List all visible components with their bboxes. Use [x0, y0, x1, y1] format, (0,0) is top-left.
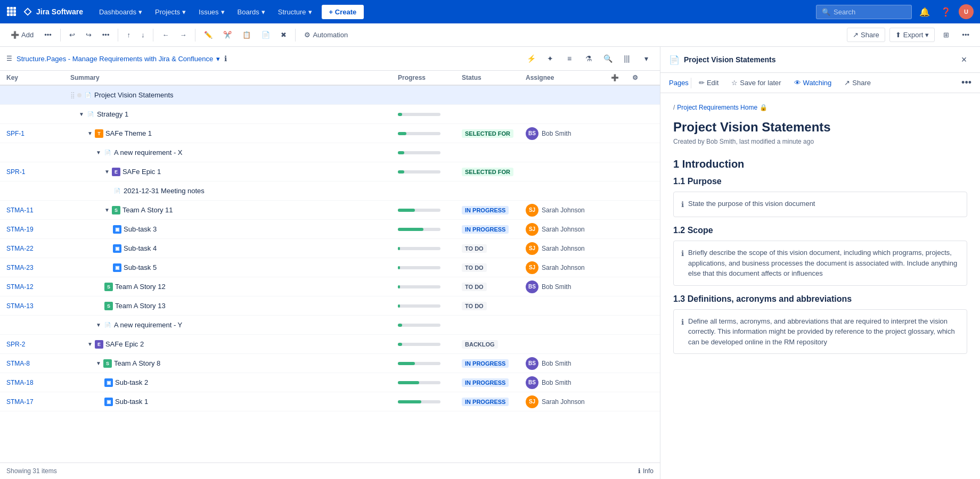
- layout-toggle[interactable]: ⊞: [939, 28, 953, 42]
- table-row[interactable]: ⣿ 📄 Project Vision Statements: [0, 86, 660, 105]
- table-row[interactable]: 📄 2021-12-31 Meeting notes: [0, 181, 660, 201]
- forward-button[interactable]: →: [175, 28, 191, 42]
- pages-link[interactable]: Pages: [669, 79, 689, 87]
- help-icon[interactable]: ❓: [937, 3, 954, 20]
- cell-key[interactable]: STMA-22: [6, 245, 70, 252]
- search-input[interactable]: 🔍 Search: [816, 5, 912, 19]
- table-row[interactable]: STMA-8 ▼ S Team A Story 8 IN PROGRESS BS…: [0, 354, 660, 373]
- watching-button[interactable]: 👁 Watching: [789, 76, 837, 89]
- filter-icon[interactable]: ⚗: [581, 51, 596, 66]
- table-row[interactable]: ▼ 📄 Strategy 1: [0, 105, 660, 124]
- table-row[interactable]: ▼ 📄 A new requirement - X: [0, 143, 660, 162]
- cell-key[interactable]: STMA-12: [6, 283, 70, 291]
- table-row[interactable]: STMA-11 ▼ S Team A Story 11 IN PROGRESS …: [0, 201, 660, 220]
- close-button[interactable]: ×: [957, 52, 971, 67]
- cell-key[interactable]: STMA-13: [6, 302, 70, 310]
- column-icon[interactable]: |||: [619, 51, 634, 66]
- grid-icon[interactable]: [6, 6, 16, 18]
- cell-key[interactable]: STMA-19: [6, 226, 70, 233]
- cell-summary: ▣ Sub-task 3: [70, 225, 398, 234]
- table-row[interactable]: STMA-23 ▣ Sub-task 5 TO DO SJ Sarah John…: [0, 258, 660, 277]
- table-row[interactable]: STMA-22 ▣ Sub-task 4 TO DO SJ Sarah John…: [0, 239, 660, 258]
- table-row[interactable]: STMA-12 S Team A Story 12 TO DO BS Bob S…: [0, 277, 660, 296]
- more-options-button[interactable]: •••: [40, 28, 56, 42]
- cell-key[interactable]: STMA-17: [6, 398, 70, 406]
- table-row[interactable]: STMA-18 ▣ Sub-task 2 IN PROGRESS BS Bob …: [0, 373, 660, 392]
- user-avatar[interactable]: U: [959, 4, 974, 19]
- more-menu[interactable]: •••: [958, 28, 974, 42]
- table-row[interactable]: STMA-19 ▣ Sub-task 3 IN PROGRESS SJ Sara…: [0, 220, 660, 239]
- chevron-icon[interactable]: ▼: [79, 111, 84, 117]
- col-settings[interactable]: ⚙: [632, 74, 654, 81]
- move-up-button[interactable]: ↑: [123, 28, 135, 42]
- nav-dashboards[interactable]: Dashboards ▾: [94, 0, 148, 23]
- cell-key[interactable]: SPF-1: [6, 130, 70, 137]
- cell-key[interactable]: SPR-1: [6, 168, 70, 176]
- structure-title[interactable]: Structure.Pages - Manage Requirements wi…: [17, 55, 220, 63]
- chevron-icon[interactable]: ▼: [87, 130, 93, 136]
- paste-button[interactable]: 📄: [257, 28, 274, 42]
- more-options-button[interactable]: •••: [961, 77, 971, 88]
- chevron-icon[interactable]: ▼: [96, 150, 101, 155]
- add-button[interactable]: ➕ Add: [6, 28, 38, 42]
- table-row[interactable]: SPF-1 ▼ T SAFe Theme 1 SELECTED FOR BS B…: [0, 124, 660, 143]
- move-down-button[interactable]: ↓: [137, 28, 149, 42]
- chevron-icon[interactable]: ▼: [96, 322, 101, 328]
- cell-key[interactable]: SPR-2: [6, 341, 70, 348]
- more-options-2[interactable]: •••: [98, 28, 114, 42]
- star-icon[interactable]: ✦: [543, 51, 558, 66]
- undo-button[interactable]: ↩: [65, 28, 79, 42]
- save-for-later-button[interactable]: ☆ Save for later: [726, 76, 786, 89]
- doc-title: Project Vision Statements: [673, 120, 967, 135]
- search-icon[interactable]: 🔍: [600, 51, 615, 66]
- expand-icon[interactable]: ▾: [639, 51, 654, 66]
- info-icon[interactable]: ℹ: [224, 54, 227, 63]
- nav-issues[interactable]: Issues ▾: [193, 0, 230, 23]
- table-row[interactable]: STMA-17 ▣ Sub-task 1 IN PROGRESS SJ Sara…: [0, 392, 660, 411]
- cell-status: TO DO: [462, 302, 526, 310]
- nav-boards[interactable]: Boards ▾: [232, 0, 271, 23]
- layers-icon[interactable]: ≡: [562, 51, 577, 66]
- export-button[interactable]: ⬆ Export ▾: [889, 28, 935, 42]
- subtask-icon: ▣: [113, 263, 121, 272]
- table-row[interactable]: SPR-2 ▼ E SAFe Epic 2 BACKLOG: [0, 335, 660, 354]
- cell-summary: ▣ Sub-task 4: [70, 244, 398, 253]
- col-add[interactable]: ➕: [611, 74, 632, 81]
- chevron-icon[interactable]: ▼: [104, 207, 110, 213]
- table-row[interactable]: STMA-13 S Team A Story 13 TO DO: [0, 296, 660, 316]
- nav-projects[interactable]: Projects ▾: [150, 0, 191, 23]
- copy-button[interactable]: 📋: [238, 28, 255, 42]
- info-button[interactable]: ℹ Info: [638, 467, 654, 475]
- nav-structure[interactable]: Structure ▾: [273, 0, 317, 23]
- back-button[interactable]: ←: [158, 28, 173, 42]
- automation-button[interactable]: ⚙ Automation: [300, 28, 352, 42]
- cell-summary: ▼ T SAFe Theme 1: [70, 129, 398, 138]
- chevron-icon[interactable]: ▼: [87, 341, 93, 347]
- cut-button[interactable]: ✂️: [219, 28, 236, 42]
- notifications-icon[interactable]: 🔔: [916, 3, 933, 20]
- delete-button[interactable]: ✖: [276, 28, 291, 42]
- redo-button[interactable]: ↪: [81, 28, 96, 42]
- table-row[interactable]: ▼ 📄 A new requirement - Y: [0, 316, 660, 335]
- cell-assignee: BS Bob Smith: [526, 376, 611, 389]
- cell-assignee: SJ Sarah Johnson: [526, 242, 611, 255]
- share-button[interactable]: ↗ Share: [847, 28, 885, 42]
- create-button[interactable]: + Create: [322, 5, 364, 19]
- table-row[interactable]: SPR-1 ▼ E SAFe Epic 1 SELECTED FOR: [0, 162, 660, 181]
- breadcrumb-link[interactable]: Project Requirements Home: [677, 104, 757, 111]
- cell-key[interactable]: STMA-23: [6, 264, 70, 271]
- logo[interactable]: Jira Software: [22, 6, 83, 17]
- chevron-icon[interactable]: ▼: [96, 360, 101, 366]
- cell-status: IN PROGRESS: [462, 378, 526, 386]
- cell-key[interactable]: STMA-8: [6, 360, 70, 367]
- cell-summary: 📄 2021-12-31 Meeting notes: [70, 187, 398, 195]
- chevron-icon[interactable]: ▼: [104, 169, 110, 175]
- cell-summary: ▼ S Team A Story 11: [70, 206, 398, 214]
- edit-button[interactable]: ✏ Edit: [693, 76, 724, 89]
- cell-key[interactable]: STMA-11: [6, 207, 70, 214]
- share-button[interactable]: ↗ Share: [839, 76, 876, 89]
- flash-icon[interactable]: ⚡: [524, 51, 538, 66]
- edit-button[interactable]: ✏️: [200, 28, 217, 42]
- cell-key[interactable]: STMA-18: [6, 379, 70, 386]
- avatar: SJ: [526, 204, 538, 217]
